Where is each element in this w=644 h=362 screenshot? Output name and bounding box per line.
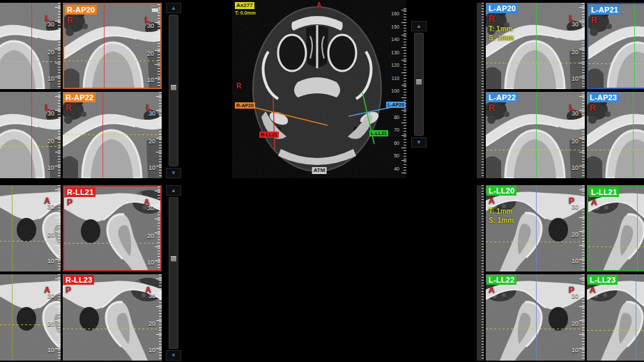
crosshair-vertical[interactable] xyxy=(31,92,32,178)
crosshair-horizontal[interactable] xyxy=(588,246,644,247)
scrollbar-up-button[interactable]: ▲ xyxy=(166,185,181,196)
panel-title-tag: R-LL21 xyxy=(65,187,95,197)
ruler-label: 10 xyxy=(572,258,578,265)
panel-l-ll23[interactable]: L-LL23 A xyxy=(587,274,644,361)
crosshair-vertical[interactable] xyxy=(636,274,636,361)
scrollbar-down-button[interactable]: ▼ xyxy=(166,350,181,361)
panel-l-ll21[interactable]: L-LL21 A xyxy=(587,185,644,272)
scrollbar-thumb[interactable] xyxy=(416,79,422,85)
orientation-marker-right: L xyxy=(45,103,50,113)
orientation-marker-left: A xyxy=(489,196,495,206)
ruler-ticks xyxy=(482,185,484,361)
panel-l-ap20[interactable]: 30 20 10 L-AP20 R L T: 1mmS: 1mm xyxy=(486,3,585,89)
panel-l-ap21[interactable]: L-AP21 R xyxy=(587,3,644,89)
scrollbar-thumb[interactable] xyxy=(171,256,176,262)
panel-r-ap-partial-1[interactable]: 30 20 10 L xyxy=(0,3,61,89)
crosshair-vertical[interactable] xyxy=(102,92,103,178)
crosshair-horizontal[interactable] xyxy=(587,150,644,150)
crosshair-vertical[interactable] xyxy=(104,4,105,88)
panel-title-tag: R-LL23 xyxy=(63,275,94,285)
crosshair-horizontal[interactable] xyxy=(63,329,162,329)
scrollbar-track[interactable] xyxy=(169,15,178,166)
plane-indicator-lines xyxy=(232,0,406,178)
crosshair-horizontal[interactable] xyxy=(64,61,160,61)
plane-tag-r-ll[interactable]: R-LL21 xyxy=(259,132,279,138)
crosshair-horizontal[interactable] xyxy=(0,146,61,147)
crosshair-horizontal[interactable] xyxy=(486,329,585,329)
axial-ruler: 160150 140130 120110 10090 8070 6050 40 xyxy=(391,11,399,171)
panel-title-tag: R-AP20 xyxy=(65,5,97,15)
plane-tag-l-ap[interactable]: L-AP20 xyxy=(386,102,406,108)
panel-title-tag: L-LL20 xyxy=(486,186,516,196)
ruler-label: 10 xyxy=(572,164,578,171)
tmj-workspace: 30 20 10 L 30 20 10 L 30 20 10 R-AP20 R xyxy=(0,0,644,362)
crosshair-horizontal[interactable] xyxy=(0,241,61,242)
panel-title-tag: L-AP22 xyxy=(486,93,518,102)
crosshair-horizontal[interactable] xyxy=(486,150,585,150)
restore-window-icon[interactable] xyxy=(151,6,159,13)
scrollbar-track[interactable] xyxy=(414,33,424,136)
ruler-ticks xyxy=(58,185,61,272)
ruler-label: 10 xyxy=(47,75,54,82)
ruler-ticks xyxy=(158,187,160,270)
crosshair-horizontal[interactable] xyxy=(486,63,585,63)
crosshair-horizontal[interactable] xyxy=(63,134,162,135)
orientation-marker-left: A xyxy=(489,285,495,295)
panel-l-ll20[interactable]: 30 20 10 L-LL20 A P T: 1mmS: 1mm xyxy=(486,185,585,272)
scrollbar-up-button[interactable]: ▲ xyxy=(411,21,427,31)
scrollbar-r-ll: ▲ ▼ xyxy=(166,185,181,361)
crosshair-vertical[interactable] xyxy=(536,3,537,89)
crosshair-vertical[interactable] xyxy=(536,274,537,361)
scrollbar-track[interactable] xyxy=(169,197,178,349)
crosshair-vertical[interactable] xyxy=(536,185,537,272)
plane-line-r-ap[interactable] xyxy=(247,106,328,125)
orientation-marker-right: L xyxy=(146,103,151,113)
crosshair-vertical[interactable] xyxy=(637,187,638,270)
crosshair-vertical[interactable] xyxy=(536,92,537,178)
crosshair-horizontal[interactable] xyxy=(588,63,644,64)
panel-r-ll-partial-2[interactable]: 30 20 10 A xyxy=(0,274,61,361)
crosshair-vertical[interactable] xyxy=(12,274,13,361)
scrollbar-r-ap: ▲ ▼ xyxy=(166,3,181,178)
axial-view[interactable]: Ax277 T: 0.0mm A R R-AP20 R-LL21 L-LL21 … xyxy=(232,0,406,178)
column-l-ll: 30 20 10 L-LL20 A P T: 1mmS: 1mm 30 20 1… xyxy=(486,185,585,362)
ruler-label: 20 xyxy=(147,50,154,57)
orientation-marker-right: A xyxy=(44,285,50,295)
crosshair-vertical[interactable] xyxy=(12,185,13,272)
panel-title-tag: L-LL21 xyxy=(589,187,619,197)
orientation-marker-right: A xyxy=(44,196,50,206)
ruler-label: 20 xyxy=(148,320,155,327)
ruler-ticks xyxy=(58,274,61,361)
panel-r-ll21[interactable]: 30 20 10 R-LL21 P A xyxy=(63,185,162,272)
ruler-label: 20 xyxy=(47,138,54,145)
panel-r-ll-partial-1[interactable]: 30 20 10 A xyxy=(0,185,61,272)
panel-l-ap23[interactable]: L-AP23 R xyxy=(587,92,644,178)
crosshair-horizontal[interactable] xyxy=(587,330,644,331)
plane-tag-l-ll[interactable]: L-LL21 xyxy=(369,130,388,136)
orientation-marker-left: R xyxy=(489,14,495,24)
scrollbar-down-button[interactable]: ▼ xyxy=(411,137,427,148)
plane-tag-r-ap[interactable]: R-AP20 xyxy=(235,102,255,109)
panel-l-ll22[interactable]: 30 20 10 L-LL22 A P xyxy=(486,274,585,361)
crosshair-horizontal[interactable] xyxy=(486,242,585,242)
ruler-label: 10 xyxy=(47,164,54,171)
crosshair-horizontal[interactable] xyxy=(64,243,160,244)
panel-r-ap-partial-2[interactable]: 30 20 10 L xyxy=(0,92,61,178)
orientation-marker-right: L xyxy=(45,14,50,24)
panel-r-ll23[interactable]: 30 20 10 R-LL23 P A xyxy=(63,274,162,361)
column-r-ll: 30 20 10 R-LL21 P A 30 20 10 R-LL23 P A xyxy=(63,185,162,362)
ruler-label: 10 xyxy=(148,347,155,354)
plane-line-r-ll[interactable] xyxy=(273,97,275,150)
crosshair-vertical[interactable] xyxy=(31,3,32,89)
crosshair-vertical[interactable] xyxy=(634,4,635,88)
crosshair-horizontal[interactable] xyxy=(0,61,61,62)
panel-l-ap22[interactable]: 30 20 10 L-AP22 R L xyxy=(486,92,585,178)
scrollbar-up-button[interactable]: ▲ xyxy=(166,3,181,13)
panel-r-ap22[interactable]: 30 20 10 R-AP22 R L xyxy=(63,92,162,178)
panel-r-ap20[interactable]: 30 20 10 R-AP20 R L xyxy=(63,3,162,89)
panel-title-tag: L-AP23 xyxy=(588,93,619,102)
scrollbar-down-button[interactable]: ▼ xyxy=(166,168,181,178)
ruler-ticks xyxy=(158,4,160,88)
crosshair-vertical[interactable] xyxy=(633,92,634,178)
scrollbar-thumb[interactable] xyxy=(171,85,176,90)
